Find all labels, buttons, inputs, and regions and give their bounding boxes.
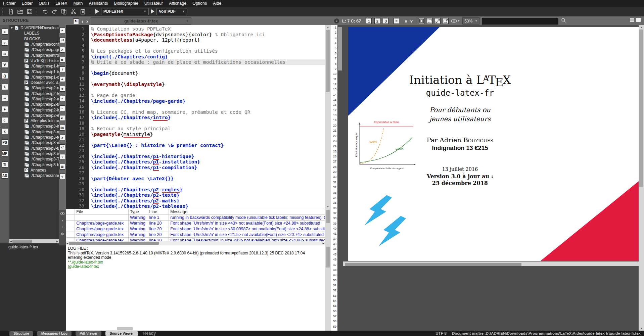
code-line[interactable]: \part{\LaTeX{} : histoire \& premier con… (89, 143, 325, 148)
editor-tool-icon-ref[interactable]: ref (59, 37, 65, 43)
magnifier-icon[interactable] (561, 17, 566, 25)
editor-tool-icon-x[interactable]: ≡ (59, 96, 65, 101)
float-window-icon[interactable] (636, 18, 641, 22)
tree-item[interactable]: LABELS (9, 31, 59, 36)
scrollbar-thumb[interactable] (12, 240, 32, 243)
build-command-dropdown[interactable]: PDFLaTeX ▼ (101, 8, 149, 15)
prev-error-icon[interactable]: ‹ (62, 225, 63, 230)
editor-tool-icon-A[interactable]: A (59, 47, 65, 53)
scrollbar-thumb[interactable] (326, 247, 330, 268)
scroll-down-icon[interactable]: ▼ (639, 327, 644, 330)
tree-item[interactable]: ./Chapitres/p3-ma (9, 140, 59, 145)
editor-tool-icon-x[interactable]: ↵ (59, 115, 65, 121)
scrollbar-thumb[interactable] (326, 30, 330, 92)
continuous-mode-icon[interactable]: ≡ (394, 18, 399, 24)
zoom-expand-icon[interactable] (435, 18, 441, 24)
table-header-cell[interactable]: Message (169, 209, 325, 215)
quick-build-button[interactable] (95, 9, 99, 14)
menu-item-math[interactable]: Math (71, 0, 86, 7)
scroll-down-icon[interactable]: ▼ (325, 205, 331, 208)
tree-item[interactable]: ./Chapitres/p1-co (9, 75, 59, 80)
tree-item[interactable]: ./Chapitres/p2-er (9, 113, 59, 118)
code-line[interactable]: \include{./Chapitres/intro} (89, 115, 325, 121)
most-used-symbols-icon[interactable]: ∞ (2, 95, 8, 101)
pdf-viewer-canvas[interactable]: Initiation à LATEX guide-latex-fr Pour d… (343, 25, 639, 331)
scrollbar-thumb[interactable] (69, 242, 159, 245)
editor-tool-icon-x[interactable]: ÷ (59, 154, 65, 160)
editor-vscrollbar[interactable]: ▲ ▼ (325, 25, 331, 209)
dock-window-icon[interactable] (630, 18, 634, 22)
log-vscrollbar[interactable] (325, 245, 331, 331)
misc-symbols-icon[interactable]: ∀ (2, 62, 8, 68)
code-line[interactable]: \include{./Chapitres/p1-historique} (89, 154, 325, 159)
save-icon[interactable] (26, 8, 33, 15)
tree-item[interactable]: ▼D:\ADRIEN\Download (9, 25, 59, 31)
structure-tree[interactable]: ▼D:\ADRIEN\DownloadLABELSBLOCKS./Chapitr… (9, 25, 59, 239)
log-viewer[interactable]: LOG FILE :This is pdfTeX, Version 3.1415… (66, 245, 325, 331)
scrollbar-thumb[interactable] (338, 27, 342, 70)
code-line[interactable]: \part{Débuter avec \LaTeX{}} (89, 176, 325, 182)
editor-tool-icon-x[interactable]: √ (59, 174, 65, 179)
tree-item[interactable]: BLOCKS (9, 36, 59, 42)
tree-item[interactable]: PAnnexes (9, 167, 59, 173)
zoom-dropdown[interactable]: 53% ▼ (462, 17, 479, 25)
pdf-hscrollbar[interactable] (343, 261, 639, 266)
tree-item[interactable]: P\LaTeX{} : histoi (9, 58, 59, 63)
messages-vscrollbar[interactable] (325, 209, 331, 245)
code-line[interactable]: \include{./Chapitres/p2-regles} (89, 187, 325, 193)
editor-gutter[interactable]: 1234567891011121314151617181920212223242… (66, 25, 89, 209)
scrollbar-thumb[interactable] (639, 30, 643, 187)
status-toggle-pdf-viewer[interactable]: Pdf Viewer (76, 331, 102, 336)
editor-code-area[interactable]: % Compilation sous PDFLaTeX\PassOptionsT… (89, 25, 325, 209)
menu-item-latex[interactable]: LaTeX (52, 0, 70, 7)
scroll-left-icon[interactable]: ◀ (66, 242, 69, 245)
scrollbar-thumb[interactable] (326, 210, 330, 223)
tree-item[interactable]: ./Chapitres/p3-tab (9, 146, 59, 151)
editor-tool-icon-i[interactable]: i (59, 66, 65, 72)
log-hscrollbar-thumb[interactable] (117, 327, 133, 330)
code-line[interactable] (89, 87, 325, 93)
tree-item[interactable]: ./Chapitres/config (9, 42, 59, 47)
tikz-icon[interactable]: TI (2, 161, 8, 167)
editor-tool-icon-x[interactable]: x (59, 135, 65, 140)
tree-item[interactable]: ./Chapitres/p1-his (9, 63, 59, 69)
scroll-up-icon[interactable]: ▲ (639, 26, 644, 29)
tree-item[interactable]: ./Chapitres/p3-im (9, 151, 59, 156)
status-toggle-source-viewer[interactable]: Source Viewer (105, 331, 138, 336)
menu-item-affichage[interactable]: Affichage (166, 0, 189, 7)
table-row[interactable]: Warningline 1running in backwards compat… (66, 215, 325, 221)
pdf-outer-vscrollbar[interactable]: ▲ ▼ (639, 25, 644, 331)
scroll-right-icon[interactable]: ▶ (322, 242, 325, 245)
editor-tool-icon-B[interactable]: B (59, 57, 65, 62)
code-line[interactable]: % Compilation sous PDFLaTeX (89, 26, 325, 32)
structure-list-icon[interactable]: ≡ (2, 29, 8, 35)
tree-item[interactable]: PDébuter avec \La (9, 80, 59, 85)
code-line[interactable]: \include{./Chapitres/p2-tableaux} (89, 203, 325, 209)
fit-page-icon[interactable] (427, 18, 432, 24)
scroll-left-icon[interactable]: ◀ (9, 240, 12, 243)
editor-tool-icon-e[interactable]: e (59, 76, 65, 82)
page-layout-2-button[interactable]: 2 (374, 18, 380, 24)
menu-item-assistants[interactable]: Assistants (86, 0, 111, 7)
code-line[interactable]: % Utile à ce stade : gain de place et mo… (89, 59, 325, 65)
table-row[interactable]: Chapitres/page-garde.texWarningline 20Fo… (66, 232, 325, 238)
code-line[interactable]: \include{./Chapitres/page-garde} (89, 98, 325, 104)
code-line[interactable]: % Page de garde (89, 93, 325, 98)
tree-item[interactable]: ./Chapitres/p3-be (9, 162, 59, 167)
asymptote-icon[interactable]: AS (2, 173, 8, 179)
table-row[interactable]: Chapitres/page-garde.texWarningline 20Fo… (66, 226, 325, 232)
tree-item[interactable]: ./Chapitres/p3-int (9, 124, 59, 129)
cut-icon[interactable] (70, 8, 77, 15)
presentation-eye-icon[interactable]: ▼ (451, 19, 460, 23)
chevron-up-icon[interactable]: ∧ (404, 18, 408, 23)
left-delimiters-icon[interactable]: (]. (2, 117, 8, 123)
status-toggle-messages-log[interactable]: Messages / Log (37, 331, 72, 336)
tree-item[interactable]: ./Chapitres/p3-te (9, 135, 59, 140)
close-pdf-icon[interactable]: × (334, 18, 339, 23)
code-line[interactable] (89, 76, 325, 82)
pstricks-icon[interactable]: PS (2, 139, 8, 145)
menu-item-fichier[interactable]: Fichier (0, 0, 19, 7)
code-line[interactable]: \include{./Chapitres/p1-compilation} (89, 165, 325, 171)
code-line[interactable] (89, 121, 325, 126)
code-line[interactable]: \include{./Chapitres/p2-maths} (89, 198, 325, 204)
